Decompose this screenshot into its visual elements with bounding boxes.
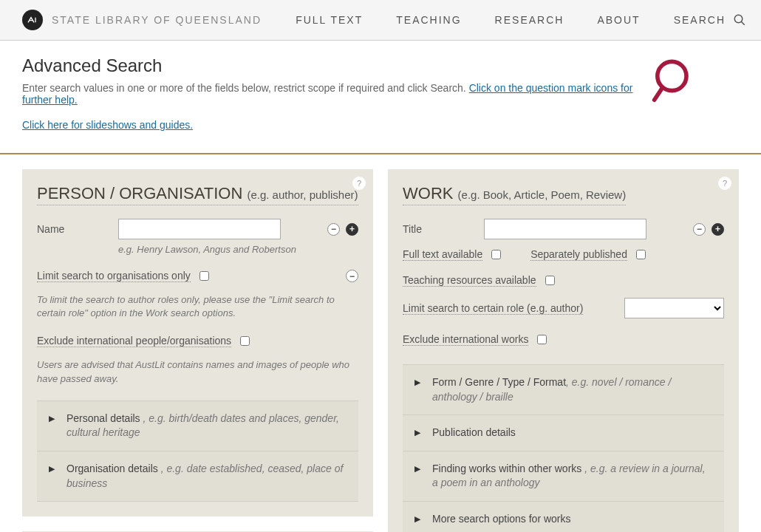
teaching-checkbox[interactable]	[545, 276, 555, 285]
chevron-right-icon: ▶	[49, 464, 55, 474]
organisation-details-section[interactable]: ▶ Organisation details , e.g. date estab…	[37, 451, 358, 502]
nav-research[interactable]: RESEARCH	[495, 14, 564, 26]
search-icon	[733, 13, 746, 27]
separately-checkbox[interactable]	[636, 250, 646, 259]
name-input[interactable]	[118, 219, 281, 239]
site-logo[interactable]	[22, 10, 43, 30]
svg-point-0	[734, 15, 743, 23]
remove-title-button[interactable]: −	[693, 223, 706, 236]
exclude-intl-people-label: Exclude international people/organisatio…	[37, 335, 231, 347]
svg-line-1	[741, 21, 745, 25]
chevron-right-icon: ▶	[414, 464, 420, 474]
slideshow-link[interactable]: Click here for slideshows and guides.	[22, 119, 193, 131]
teaching-label: Teaching resources available	[403, 274, 536, 287]
title-input[interactable]	[484, 219, 646, 239]
exclude-intl-works-label: Exclude international works	[403, 333, 528, 346]
person-org-panel: ? PERSON / ORGANISATION (e.g. author, pu…	[22, 169, 373, 516]
personal-details-section[interactable]: ▶ Personal details , e.g. birth/death da…	[37, 400, 358, 451]
work-panel: ? WORK (e.g. Book, Article, Poem, Review…	[388, 169, 739, 532]
add-name-button[interactable]: +	[346, 223, 358, 236]
role-note: To limit the search to author roles only…	[37, 293, 358, 320]
title-label: Title	[403, 223, 484, 235]
add-title-button[interactable]: +	[711, 223, 724, 236]
header: Advanced Search Enter search values in o…	[0, 41, 761, 154]
limit-org-collapse-button[interactable]: −	[346, 270, 358, 282]
advice-text: Users are advised that AustLit contains …	[37, 358, 358, 385]
remove-name-button[interactable]: −	[327, 223, 340, 236]
panel-title-person: PERSON / ORGANISATION (e.g. author, publ…	[37, 184, 358, 205]
nav-search-label: SEARCH	[674, 14, 726, 26]
name-hint: e.g. Henry Lawson, Angus and Robertson	[118, 244, 358, 255]
content: ? PERSON / ORGANISATION (e.g. author, pu…	[0, 154, 761, 532]
fulltext-checkbox[interactable]	[491, 250, 501, 259]
chevron-right-icon: ▶	[414, 514, 420, 524]
more-work-options-section[interactable]: ▶ More search options for works	[403, 501, 724, 532]
chevron-right-icon: ▶	[414, 378, 420, 387]
svg-line-3	[655, 87, 663, 100]
magnifier-icon	[650, 55, 702, 109]
nav-search[interactable]: SEARCH	[674, 13, 746, 27]
nav-teaching[interactable]: TEACHING	[396, 14, 461, 26]
name-label: Name	[37, 223, 118, 235]
chevron-right-icon: ▶	[49, 414, 55, 423]
nested-works-section[interactable]: ▶ Finding works within other works , e.g…	[403, 451, 724, 501]
publication-details-section[interactable]: ▶ Publication details	[403, 415, 724, 451]
exclude-intl-works-checkbox[interactable]	[537, 335, 547, 344]
nav-fulltext[interactable]: FULL TEXT	[296, 14, 363, 26]
help-icon[interactable]: ?	[352, 177, 366, 190]
separately-label: Separately published	[530, 248, 627, 261]
site-name: STATE LIBRARY OF QUEENSLAND	[52, 14, 262, 26]
form-genre-section[interactable]: ▶ Form / Genre / Type / Format, e.g. nov…	[403, 364, 724, 415]
header-subtitle: Enter search values in one or more of th…	[22, 82, 469, 94]
nav-about[interactable]: ABOUT	[597, 14, 640, 26]
limit-org-checkbox[interactable]	[199, 271, 209, 281]
help-icon[interactable]: ?	[718, 177, 731, 190]
page-title: Advanced Search	[22, 55, 650, 76]
role-select[interactable]	[624, 298, 724, 318]
chevron-right-icon: ▶	[414, 428, 420, 437]
panel-title-work: WORK (e.g. Book, Article, Poem, Review)	[403, 184, 626, 205]
topbar: STATE LIBRARY OF QUEENSLAND FULL TEXT TE…	[0, 0, 761, 41]
fulltext-label: Full text available	[403, 248, 482, 261]
limit-org-label: Limit search to organisations only	[37, 270, 191, 282]
role-limit-label: Limit search to certain role (e.g. autho…	[403, 302, 583, 315]
exclude-intl-people-checkbox[interactable]	[240, 336, 250, 346]
